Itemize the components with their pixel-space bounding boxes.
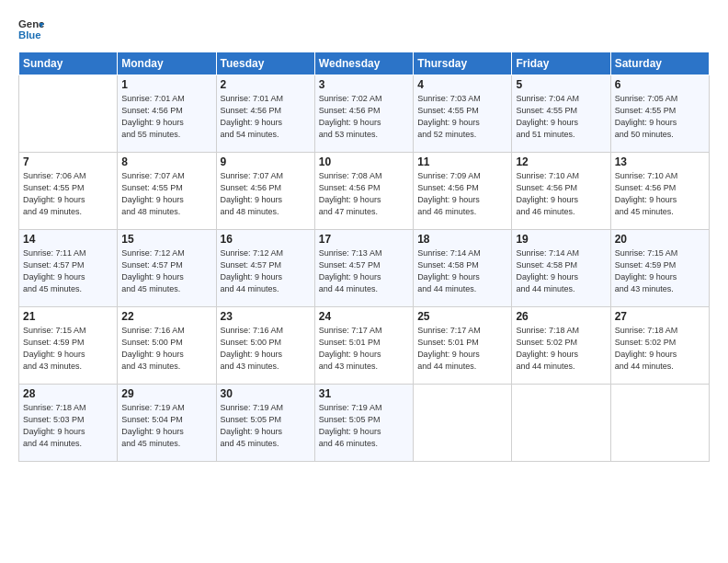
day-number: 24 (319, 310, 409, 323)
day-info: Sunrise: 7:12 AMSunset: 4:57 PMDaylight:… (121, 247, 211, 295)
weekday-tuesday: Tuesday (216, 52, 314, 75)
day-number: 30 (221, 387, 311, 400)
calendar-cell: 4Sunrise: 7:03 AMSunset: 4:55 PMDaylight… (414, 75, 512, 153)
weekday-header-row: SundayMondayTuesdayWednesdayThursdayFrid… (19, 52, 710, 75)
day-number: 19 (516, 233, 606, 246)
calendar-cell: 28Sunrise: 7:18 AMSunset: 5:03 PMDayligh… (19, 385, 118, 462)
weekday-sunday: Sunday (19, 52, 118, 75)
week-row-4: 21Sunrise: 7:15 AMSunset: 4:59 PMDayligh… (19, 307, 710, 385)
day-info: Sunrise: 7:19 AMSunset: 5:04 PMDaylight:… (121, 402, 211, 450)
week-row-1: 1Sunrise: 7:01 AMSunset: 4:56 PMDaylight… (19, 75, 710, 153)
day-info: Sunrise: 7:17 AMSunset: 5:01 PMDaylight:… (319, 325, 409, 373)
day-number: 26 (516, 310, 606, 323)
day-info: Sunrise: 7:03 AMSunset: 4:55 PMDaylight:… (417, 93, 507, 141)
calendar-cell: 18Sunrise: 7:14 AMSunset: 4:58 PMDayligh… (414, 230, 512, 307)
day-number: 29 (121, 387, 211, 400)
day-info: Sunrise: 7:18 AMSunset: 5:02 PMDaylight:… (615, 325, 705, 373)
calendar-cell: 26Sunrise: 7:18 AMSunset: 5:02 PMDayligh… (512, 307, 610, 385)
day-number: 4 (417, 78, 507, 91)
calendar-cell (414, 385, 512, 462)
day-info: Sunrise: 7:09 AMSunset: 4:56 PMDaylight:… (417, 170, 507, 218)
day-number: 7 (23, 155, 113, 168)
day-number: 22 (121, 310, 211, 323)
weekday-thursday: Thursday (414, 52, 512, 75)
day-number: 3 (319, 78, 409, 91)
calendar-cell: 22Sunrise: 7:16 AMSunset: 5:00 PMDayligh… (118, 307, 216, 385)
calendar-cell: 24Sunrise: 7:17 AMSunset: 5:01 PMDayligh… (314, 307, 413, 385)
weekday-friday: Friday (512, 52, 610, 75)
day-info: Sunrise: 7:18 AMSunset: 5:02 PMDaylight:… (516, 325, 606, 373)
calendar-cell: 1Sunrise: 7:01 AMSunset: 4:56 PMDaylight… (118, 75, 216, 153)
calendar-cell: 11Sunrise: 7:09 AMSunset: 4:56 PMDayligh… (414, 153, 512, 230)
day-info: Sunrise: 7:02 AMSunset: 4:56 PMDaylight:… (319, 93, 409, 141)
day-info: Sunrise: 7:19 AMSunset: 5:05 PMDaylight:… (319, 402, 409, 450)
calendar-cell: 31Sunrise: 7:19 AMSunset: 5:05 PMDayligh… (314, 385, 413, 462)
week-row-2: 7Sunrise: 7:06 AMSunset: 4:55 PMDaylight… (19, 153, 710, 230)
day-info: Sunrise: 7:04 AMSunset: 4:55 PMDaylight:… (516, 93, 606, 141)
day-info: Sunrise: 7:10 AMSunset: 4:56 PMDaylight:… (615, 170, 705, 218)
day-info: Sunrise: 7:15 AMSunset: 4:59 PMDaylight:… (23, 325, 113, 373)
weekday-saturday: Saturday (610, 52, 709, 75)
day-number: 6 (615, 78, 705, 91)
calendar-cell: 12Sunrise: 7:10 AMSunset: 4:56 PMDayligh… (512, 153, 610, 230)
calendar-cell: 27Sunrise: 7:18 AMSunset: 5:02 PMDayligh… (610, 307, 709, 385)
logo-icon: General Blue (18, 17, 44, 42)
day-info: Sunrise: 7:18 AMSunset: 5:03 PMDaylight:… (23, 402, 113, 450)
day-number: 8 (121, 155, 211, 168)
day-info: Sunrise: 7:14 AMSunset: 4:58 PMDaylight:… (516, 247, 606, 295)
calendar-cell: 3Sunrise: 7:02 AMSunset: 4:56 PMDaylight… (314, 75, 413, 153)
day-number: 20 (615, 233, 705, 246)
calendar-cell: 20Sunrise: 7:15 AMSunset: 4:59 PMDayligh… (610, 230, 709, 307)
day-number: 5 (516, 78, 606, 91)
day-info: Sunrise: 7:07 AMSunset: 4:56 PMDaylight:… (221, 170, 311, 218)
weekday-monday: Monday (118, 52, 216, 75)
day-number: 13 (615, 155, 705, 168)
day-number: 11 (417, 155, 507, 168)
calendar-table: SundayMondayTuesdayWednesdayThursdayFrid… (18, 52, 710, 462)
day-number: 25 (417, 310, 507, 323)
calendar-cell (512, 385, 610, 462)
calendar-cell: 6Sunrise: 7:05 AMSunset: 4:55 PMDaylight… (610, 75, 709, 153)
calendar-cell: 17Sunrise: 7:13 AMSunset: 4:57 PMDayligh… (314, 230, 413, 307)
logo: General Blue (18, 17, 44, 42)
day-info: Sunrise: 7:17 AMSunset: 5:01 PMDaylight:… (417, 325, 507, 373)
day-number: 12 (516, 155, 606, 168)
day-info: Sunrise: 7:05 AMSunset: 4:55 PMDaylight:… (615, 93, 705, 141)
day-info: Sunrise: 7:14 AMSunset: 4:58 PMDaylight:… (417, 247, 507, 295)
calendar-cell: 29Sunrise: 7:19 AMSunset: 5:04 PMDayligh… (118, 385, 216, 462)
day-number: 2 (221, 78, 311, 91)
calendar-cell: 8Sunrise: 7:07 AMSunset: 4:55 PMDaylight… (118, 153, 216, 230)
day-number: 28 (23, 387, 113, 400)
day-number: 17 (319, 233, 409, 246)
calendar-cell: 2Sunrise: 7:01 AMSunset: 4:56 PMDaylight… (216, 75, 314, 153)
page: General Blue SundayMondayTuesdayWednesda… (0, 0, 728, 563)
day-number: 1 (121, 78, 211, 91)
calendar-cell: 15Sunrise: 7:12 AMSunset: 4:57 PMDayligh… (118, 230, 216, 307)
calendar-cell: 19Sunrise: 7:14 AMSunset: 4:58 PMDayligh… (512, 230, 610, 307)
day-number: 31 (319, 387, 409, 400)
header: General Blue (18, 17, 710, 42)
day-info: Sunrise: 7:12 AMSunset: 4:57 PMDaylight:… (221, 247, 311, 295)
calendar-cell: 14Sunrise: 7:11 AMSunset: 4:57 PMDayligh… (19, 230, 118, 307)
day-info: Sunrise: 7:06 AMSunset: 4:55 PMDaylight:… (23, 170, 113, 218)
calendar-cell: 30Sunrise: 7:19 AMSunset: 5:05 PMDayligh… (216, 385, 314, 462)
calendar-cell: 16Sunrise: 7:12 AMSunset: 4:57 PMDayligh… (216, 230, 314, 307)
day-number: 16 (221, 233, 311, 246)
calendar-cell: 7Sunrise: 7:06 AMSunset: 4:55 PMDaylight… (19, 153, 118, 230)
weekday-wednesday: Wednesday (314, 52, 413, 75)
calendar-cell: 21Sunrise: 7:15 AMSunset: 4:59 PMDayligh… (19, 307, 118, 385)
calendar-cell: 5Sunrise: 7:04 AMSunset: 4:55 PMDaylight… (512, 75, 610, 153)
day-info: Sunrise: 7:15 AMSunset: 4:59 PMDaylight:… (615, 247, 705, 295)
day-number: 15 (121, 233, 211, 246)
day-number: 27 (615, 310, 705, 323)
day-number: 18 (417, 233, 507, 246)
week-row-5: 28Sunrise: 7:18 AMSunset: 5:03 PMDayligh… (19, 385, 710, 462)
day-info: Sunrise: 7:11 AMSunset: 4:57 PMDaylight:… (23, 247, 113, 295)
day-info: Sunrise: 7:16 AMSunset: 5:00 PMDaylight:… (221, 325, 311, 373)
calendar-cell (610, 385, 709, 462)
day-info: Sunrise: 7:19 AMSunset: 5:05 PMDaylight:… (221, 402, 311, 450)
day-number: 23 (221, 310, 311, 323)
svg-text:Blue: Blue (18, 29, 41, 40)
day-number: 9 (221, 155, 311, 168)
calendar-cell: 9Sunrise: 7:07 AMSunset: 4:56 PMDaylight… (216, 153, 314, 230)
